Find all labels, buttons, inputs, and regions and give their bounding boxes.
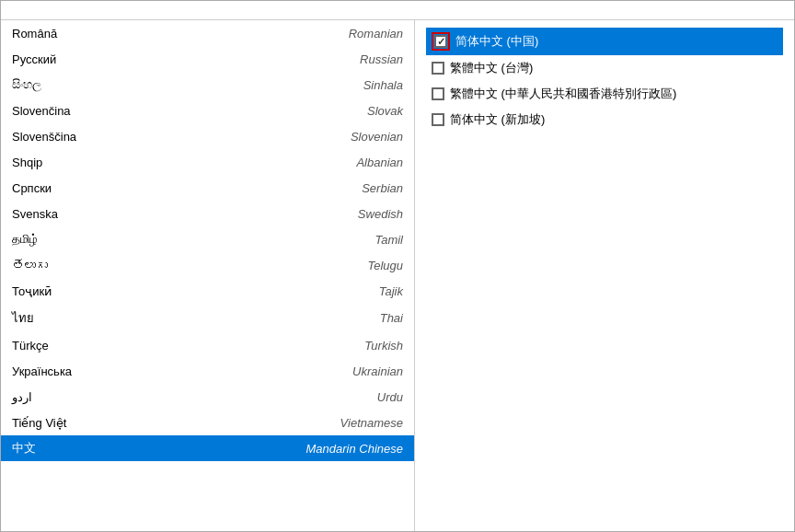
checkbox-custom[interactable] — [432, 87, 444, 100]
checkbox-wrapper-outer — [432, 62, 444, 75]
checkbox-wrapper-outer — [432, 32, 450, 51]
language-row[interactable]: සිංහලSinhala — [1, 72, 414, 98]
lang-native: தமிழ் — [12, 232, 38, 247]
language-row[interactable]: СрпскиSerbian — [1, 175, 414, 201]
lang-english: Swedish — [358, 207, 403, 221]
checkbox-custom[interactable] — [432, 62, 444, 75]
language-row[interactable]: Tiếng ViệtVietnamese — [1, 410, 414, 435]
option-label: 简体中文 (中国) — [455, 33, 538, 50]
lang-native: Română — [12, 27, 57, 40]
language-row[interactable]: TürkçeTurkish — [1, 332, 414, 358]
option-item[interactable]: 简体中文 (新加坡) — [426, 107, 783, 133]
option-item[interactable]: 简体中文 (中国) — [426, 28, 783, 55]
lang-english: Telugu — [367, 259, 403, 272]
lang-english: Ukrainian — [352, 364, 403, 378]
option-item[interactable]: 繁體中文 (台灣) — [426, 55, 783, 81]
lang-english: Urdu — [377, 390, 403, 404]
lang-english: Mandarin Chinese — [305, 442, 403, 456]
page-container: RomânăRomanianРусскийRussianසිංහලSinhala… — [0, 0, 795, 532]
options-panel: 简体中文 (中国)繁體中文 (台灣)繁體中文 (中華人民共和國香港特別行政區)简… — [415, 20, 794, 531]
lang-native: Svenska — [12, 207, 58, 221]
language-row[interactable]: RomânăRomanian — [1, 20, 414, 46]
lang-native: Русский — [12, 52, 56, 66]
lang-english: Sinhala — [363, 78, 403, 92]
lang-native: Türkçe — [12, 339, 49, 353]
option-label: 繁體中文 (台灣) — [450, 60, 533, 76]
lang-english: Slovak — [367, 104, 403, 118]
language-row[interactable]: 中文Mandarin Chinese — [1, 435, 414, 461]
language-row[interactable]: ТоҷикӣTajik — [1, 278, 414, 304]
language-row[interactable]: ไทยThai — [1, 304, 414, 332]
lang-native: Tiếng Việt — [12, 416, 66, 430]
language-row[interactable]: УкраїнськаUkrainian — [1, 358, 414, 384]
lang-english: Thai — [380, 311, 403, 325]
checkbox-custom[interactable] — [432, 113, 444, 126]
lang-native: Shqip — [12, 156, 42, 169]
lang-english: Vietnamese — [340, 416, 403, 430]
lang-english: Turkish — [364, 339, 403, 353]
language-row[interactable]: РусскийRussian — [1, 46, 414, 72]
lang-native: Slovenščina — [12, 130, 76, 144]
language-row[interactable]: ShqipAlbanian — [1, 149, 414, 175]
lang-english: Romanian — [349, 27, 403, 40]
checkbox-wrapper-outer — [432, 113, 444, 126]
option-item[interactable]: 繁體中文 (中華人民共和國香港特別行政區) — [426, 81, 783, 107]
language-row[interactable]: SvenskaSwedish — [1, 201, 414, 226]
lang-native: Тоҷикӣ — [12, 284, 52, 298]
option-label: 繁體中文 (中華人民共和國香港特別行政區) — [450, 86, 676, 102]
option-label: 简体中文 (新加坡) — [450, 111, 545, 128]
lang-english: Serbian — [362, 181, 403, 195]
lang-native: اردو — [12, 390, 32, 404]
language-row[interactable]: SlovenščinaSlovenian — [1, 123, 414, 149]
lang-native: සිංහල — [12, 77, 41, 92]
lang-english: Slovenian — [351, 130, 403, 144]
checkbox-custom[interactable] — [434, 35, 447, 48]
lang-native: Українська — [12, 364, 72, 378]
header — [1, 1, 794, 19]
language-row[interactable]: اردوUrdu — [1, 384, 414, 410]
language-row[interactable]: தமிழ்Tamil — [1, 226, 414, 252]
language-list-panel[interactable]: RomânăRomanianРусскийRussianසිංහලSinhala… — [1, 20, 415, 531]
checkbox-wrapper-outer — [432, 87, 444, 100]
lang-native: Slovenčina — [12, 104, 71, 118]
language-row[interactable]: తెలుగుTelugu — [1, 252, 414, 278]
lang-native: 中文 — [12, 440, 36, 457]
lang-english: Albanian — [356, 156, 403, 169]
lang-english: Russian — [360, 52, 403, 66]
main-content: RomânăRomanianРусскийRussianසිංහලSinhala… — [1, 19, 794, 531]
lang-english: Tamil — [374, 233, 403, 247]
lang-native: ไทย — [12, 308, 34, 328]
lang-native: Српски — [12, 181, 52, 195]
language-row[interactable]: SlovenčinaSlovak — [1, 98, 414, 123]
lang-english: Tajik — [379, 284, 403, 298]
lang-native: తెలుగు — [12, 259, 48, 272]
